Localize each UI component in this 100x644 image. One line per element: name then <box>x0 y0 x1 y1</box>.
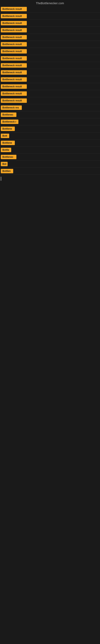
results-container: Bottleneck resultBottleneck resultBottle… <box>0 6 100 175</box>
result-row: Bottleneck res <box>0 104 100 111</box>
bottleneck-badge[interactable]: Bottleneck result <box>1 42 27 46</box>
bottleneck-badge[interactable]: Bot <box>1 162 8 166</box>
result-row: Bottlene <box>0 126 100 132</box>
bottleneck-badge[interactable]: Bottleneck result <box>1 28 27 32</box>
bottleneck-badge[interactable]: Bottleneck res <box>1 106 22 110</box>
result-row: Bottlen <box>0 168 100 175</box>
result-row: Bottleneck result <box>0 27 100 34</box>
bottleneck-badge[interactable]: Bottleneck result <box>1 70 27 75</box>
result-row: Bottlenec <box>0 154 100 160</box>
result-row: Bottleneck result <box>0 69 100 76</box>
result-row: Bottleneck result <box>0 6 100 13</box>
bottleneck-badge[interactable]: Bottleneck result <box>1 35 27 40</box>
bottleneck-badge[interactable]: Bottlen <box>1 169 13 173</box>
result-row: Bott <box>0 132 100 140</box>
bottleneck-badge[interactable]: Bottlenec <box>1 155 16 159</box>
result-row: Bottleneck result <box>0 76 100 83</box>
result-row: Bottleneck result <box>0 55 100 62</box>
result-row: Bottleneck result <box>0 34 100 41</box>
bottleneck-badge[interactable]: Bottleneck result <box>1 14 27 18</box>
result-row: Bottleneck result <box>0 97 100 104</box>
bottleneck-badge[interactable]: Bottleneck result <box>1 21 27 25</box>
result-row: Bottle <box>0 146 100 154</box>
bottleneck-badge[interactable]: Bottleneck r <box>1 120 18 124</box>
result-row: Bottleneck result <box>0 62 100 69</box>
result-row: Bottleneck result <box>0 41 100 48</box>
result-row: Bottleneck r <box>0 118 100 126</box>
result-row: Bottleneck result <box>0 83 100 90</box>
bottleneck-badge[interactable]: Bottleneck result <box>1 91 27 96</box>
bottleneck-badge[interactable]: Bottleneck result <box>1 49 27 54</box>
site-header: TheBottlenecker.com <box>0 0 100 6</box>
site-title: TheBottlenecker.com <box>36 2 64 5</box>
result-row: Bottlene <box>0 140 100 146</box>
result-row: Bottleneck result <box>0 20 100 27</box>
result-row: Bottleneck result <box>0 48 100 55</box>
result-row: Bottleneck result <box>0 90 100 97</box>
bottleneck-badge[interactable]: Bottlene <box>1 141 15 145</box>
cursor-line <box>1 177 1 181</box>
bottleneck-badge[interactable]: Bottleneck result <box>1 7 27 11</box>
bottleneck-badge[interactable]: Bottlenec <box>1 112 16 117</box>
bottleneck-badge[interactable]: Bottlene <box>1 126 15 131</box>
bottleneck-badge[interactable]: Bottleneck result <box>1 63 27 68</box>
bottleneck-badge[interactable]: Bottleneck result <box>1 98 27 103</box>
result-row: Bottlenec <box>0 111 100 118</box>
bottleneck-badge[interactable]: Bottleneck result <box>1 77 27 82</box>
bottleneck-badge[interactable]: Bott <box>1 134 9 138</box>
bottleneck-badge[interactable]: Bottleneck result <box>1 56 27 60</box>
result-row: Bot <box>0 160 100 168</box>
result-row: Bottleneck result <box>0 13 100 20</box>
bottleneck-badge[interactable]: Bottle <box>1 148 11 152</box>
bottleneck-badge[interactable]: Bottleneck result <box>1 84 27 89</box>
